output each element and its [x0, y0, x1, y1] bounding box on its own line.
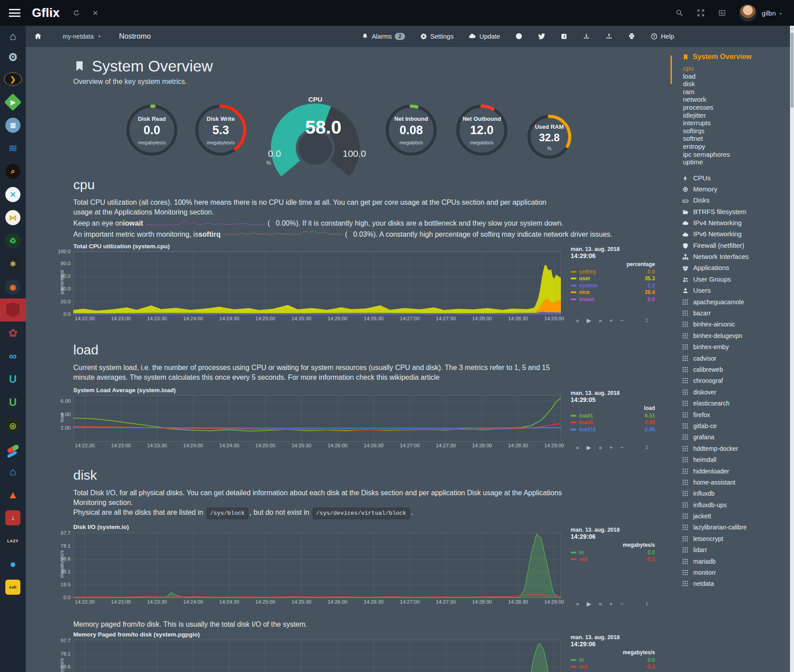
sidebar-app-emby[interactable]: ▶ — [0, 91, 26, 114]
settings-button[interactable]: Settings — [420, 33, 453, 40]
nav-anchor-entropy[interactable]: entropy — [682, 143, 790, 151]
sidebar-app-app-18[interactable]: ◎ — [0, 414, 26, 437]
nav-app-grafana[interactable]: grafana — [682, 432, 790, 443]
legend-item-out[interactable]: out-5.3 — [571, 556, 655, 563]
search-icon[interactable] — [675, 9, 683, 17]
gauge-cpu[interactable]: CPU58.00.0100.0% — [258, 95, 373, 179]
brand-logo[interactable]: Gflix — [32, 6, 60, 20]
alarms-button[interactable]: Alarms2 — [361, 33, 405, 40]
chart-toolbar-button[interactable]: ▶ — [587, 317, 591, 324]
chart-toolbar-button[interactable]: + — [609, 317, 613, 324]
sidebar-app-app-17[interactable]: U — [0, 391, 26, 414]
chart-resize-handle[interactable]: ↕ — [645, 443, 648, 450]
sidebar-app-monitorr[interactable]: ∞ — [0, 345, 26, 368]
help-button[interactable]: Help — [651, 33, 674, 40]
nav-app-firefox[interactable]: firefox — [682, 409, 790, 420]
legend-item-in[interactable]: in0.0 — [571, 549, 655, 556]
nav-anchor-uptime[interactable]: uptime — [682, 158, 790, 166]
gauge-net-outbound[interactable]: Net Outbound12.0megabits/s — [455, 103, 508, 157]
gauge-disk-read[interactable]: Disk Read0.0megabytes/s — [125, 103, 179, 157]
sidebar-app-app-10[interactable]: ♻ — [0, 229, 26, 252]
nav-app-home-assistant[interactable]: home-assistant — [682, 477, 790, 488]
chart-toolbar-button[interactable]: − — [620, 600, 624, 607]
sidebar-app-lazylibrarian[interactable]: LAZY — [0, 529, 26, 553]
nav-section-disks[interactable]: Disks — [682, 195, 790, 206]
legend-item-load1[interactable]: load16.51 — [571, 412, 655, 419]
legend-item-softirq[interactable]: softirq0.0 — [571, 268, 655, 275]
sidebar-app-app-8[interactable]: ✕ — [0, 183, 26, 206]
gauge-used-ram[interactable]: Used RAM32.8% — [526, 114, 572, 160]
nav-app-binhex-delugevpn[interactable]: binhex-delugevpn — [682, 330, 790, 341]
gauge-disk-write[interactable]: Disk Write5.3megabytes/s — [194, 103, 247, 157]
nav-app-influxdb[interactable]: influxdb — [682, 488, 790, 499]
nav-section-applications[interactable]: Applications — [682, 262, 790, 273]
facebook-icon[interactable] — [560, 33, 568, 40]
hamburger-menu-icon[interactable] — [9, 9, 20, 17]
avatar[interactable] — [739, 4, 756, 21]
chart-resize-handle[interactable]: ↕ — [645, 600, 648, 607]
print-icon[interactable] — [628, 32, 635, 40]
nav-section-cpus[interactable]: CPUs — [682, 172, 790, 183]
close-icon[interactable]: × — [93, 8, 98, 18]
changelog-icon[interactable] — [718, 9, 726, 17]
nav-section-user-groups[interactable]: User Groups — [682, 273, 790, 284]
chart-toolbar-button[interactable]: « — [576, 600, 579, 607]
nav-section-firewall-netfilter-[interactable]: Firewall (netfilter) — [682, 240, 790, 251]
nav-app-jackett[interactable]: jackett — [682, 510, 790, 521]
nav-section-btrfs-filesystem[interactable]: BTRFS filesystem — [682, 206, 790, 217]
nav-anchor-load[interactable]: load — [682, 72, 790, 80]
nav-app-elasticsearch[interactable]: elasticsearch — [682, 398, 790, 409]
legend-item-iowait[interactable]: iowait0.0 — [571, 296, 655, 303]
chart-resize-handle[interactable]: ↕ — [645, 316, 648, 323]
nav-app-mariadb[interactable]: mariadb — [682, 556, 790, 567]
nav-section-ipv4-networking[interactable]: IPv4 Networking — [682, 217, 790, 228]
sidebar-app-firefox[interactable]: ◉ — [0, 275, 26, 298]
nav-app-hddtemp-docker[interactable]: hddtemp-docker — [682, 443, 790, 454]
chart-toolbar-button[interactable]: − — [620, 317, 624, 324]
nav-app-heimdall[interactable]: heimdall — [682, 454, 790, 465]
sidebar-app-plex[interactable]: ❯ — [0, 68, 26, 91]
upload-icon[interactable] — [605, 32, 613, 40]
user-menu[interactable]: gilbn — [762, 9, 783, 17]
sidebar-app-airsonic[interactable]: ≋ — [0, 137, 26, 160]
chart-toolbar-button[interactable]: − — [620, 444, 624, 451]
legend-item-user[interactable]: user35.3 — [571, 275, 655, 282]
sidebar-app-sabnzbd[interactable]: sab — [0, 576, 26, 599]
nav-section-memory[interactable]: Memory — [682, 183, 790, 195]
chart-toolbar-button[interactable]: « — [576, 444, 579, 451]
nav-app-binhex-airsonic[interactable]: binhex-airsonic — [682, 319, 790, 330]
github-icon[interactable] — [515, 32, 523, 40]
gauge-net-inbound[interactable]: Net Inbound0.08megabits/s — [385, 103, 438, 157]
chart-toolbar-button[interactable]: » — [599, 444, 602, 451]
sidebar-app-app-11[interactable]: ⚛ — [0, 252, 26, 275]
nav-system-overview[interactable]: System Overview — [682, 53, 790, 61]
chart-toolbar-button[interactable]: » — [599, 317, 602, 324]
nav-section-ipv6-networking[interactable]: IPv6 Networking — [682, 228, 790, 239]
nav-app-letsencrypt[interactable]: letsencrypt — [682, 533, 790, 544]
nav-app-bazarr[interactable]: bazarr — [682, 307, 790, 318]
legend-item-in[interactable]: in0.0 — [571, 656, 655, 664]
nav-anchor-cpu[interactable]: cpu — [682, 64, 790, 72]
nav-app-chronograf[interactable]: chronograf — [682, 375, 790, 386]
sidebar-app-app-24[interactable]: ● — [0, 553, 26, 576]
chart-plot[interactable] — [73, 251, 561, 314]
chart-plot[interactable] — [73, 640, 561, 672]
chart-toolbar-button[interactable]: ▶ — [587, 600, 591, 607]
fullscreen-icon[interactable] — [697, 9, 705, 17]
legend-item-system[interactable]: system2.3 — [571, 282, 655, 289]
chart-toolbar-button[interactable]: + — [609, 600, 613, 607]
nav-anchor-softnet[interactable]: softnet — [682, 135, 790, 143]
sidebar-app-app-22[interactable]: ↓ — [0, 506, 26, 529]
nav-app-lidarr[interactable]: lidarr — [682, 545, 790, 556]
refresh-icon[interactable] — [72, 9, 80, 17]
nav-app-hiddenloader[interactable]: hiddenloader — [682, 465, 790, 477]
sidebar-app-jackett[interactable]: ⌕ — [0, 160, 26, 183]
download-icon[interactable] — [583, 32, 590, 40]
sidebar-app-app-19[interactable] — [0, 437, 26, 460]
legend-item-nice[interactable]: nice20.4 — [571, 289, 655, 296]
sidebar-app-mariadb[interactable]: ✿ — [0, 322, 26, 345]
legend-item-load15[interactable]: load152.06 — [571, 426, 655, 433]
nav-app-lazylibrarian-calibre[interactable]: lazylibrarian-calibre — [682, 522, 790, 533]
nav-app-cadvisor[interactable]: cadvisor — [682, 353, 790, 364]
page-scrollbar[interactable] — [790, 26, 794, 672]
